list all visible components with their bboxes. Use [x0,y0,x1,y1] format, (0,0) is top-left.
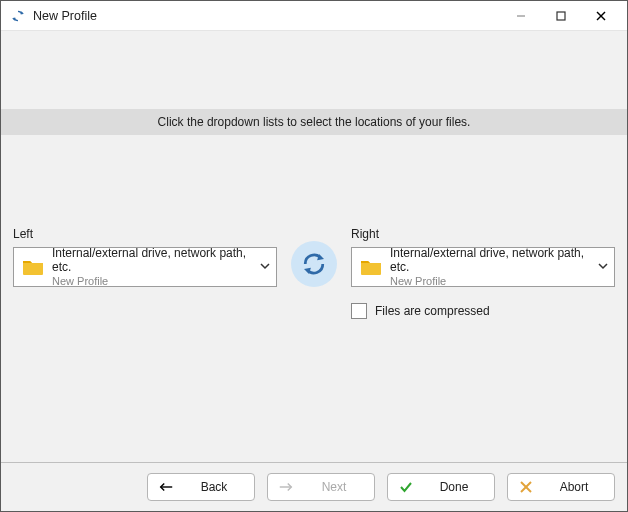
check-icon [398,481,414,493]
next-button: Next [267,473,375,501]
footer: Back Next Done Abort [1,462,627,511]
instruction-text: Click the dropdown lists to select the l… [158,115,471,129]
window-controls [501,2,621,30]
abort-label: Abort [544,480,604,494]
back-button[interactable]: Back [147,473,255,501]
close-button[interactable] [581,2,621,30]
compressed-checkbox[interactable] [351,303,367,319]
next-label: Next [304,480,364,494]
right-location-dropdown[interactable]: Internal/external drive, network path, e… [351,247,615,287]
right-dropdown-sub: New Profile [390,275,592,288]
right-label: Right [351,227,615,241]
arrow-right-icon [278,481,294,493]
left-dropdown-text: Internal/external drive, network path, e… [52,246,254,288]
right-dropdown-main: Internal/external drive, network path, e… [390,246,592,275]
done-label: Done [424,480,484,494]
app-sync-icon [11,9,25,23]
instruction-banner: Click the dropdown lists to select the l… [1,109,627,135]
chevron-down-icon [260,260,270,274]
compressed-row: Files are compressed [351,303,615,319]
folder-icon [22,258,44,276]
sync-indicator [291,241,337,287]
chevron-down-icon [598,260,608,274]
abort-button[interactable]: Abort [507,473,615,501]
main-area: Click the dropdown lists to select the l… [1,31,627,462]
back-label: Back [184,480,244,494]
done-button[interactable]: Done [387,473,495,501]
left-label: Left [13,227,277,241]
compressed-label: Files are compressed [375,304,490,318]
right-dropdown-text: Internal/external drive, network path, e… [390,246,592,288]
maximize-button[interactable] [541,2,581,30]
window: New Profile Click the dropdown lists to … [0,0,628,512]
left-location-dropdown[interactable]: Internal/external drive, network path, e… [13,247,277,287]
left-dropdown-sub: New Profile [52,275,254,288]
arrow-left-icon [158,481,174,493]
window-title: New Profile [33,9,97,23]
left-dropdown-main: Internal/external drive, network path, e… [52,246,254,275]
x-icon [518,481,534,493]
minimize-button[interactable] [501,2,541,30]
left-pane: Left Internal/external drive, network pa… [13,227,277,287]
svg-rect-3 [557,12,565,20]
right-pane: Right Internal/external drive, network p… [351,227,615,319]
titlebar: New Profile [1,1,627,31]
folder-icon [360,258,382,276]
sync-arrows-icon [299,249,329,279]
location-panes: Left Internal/external drive, network pa… [13,227,615,319]
